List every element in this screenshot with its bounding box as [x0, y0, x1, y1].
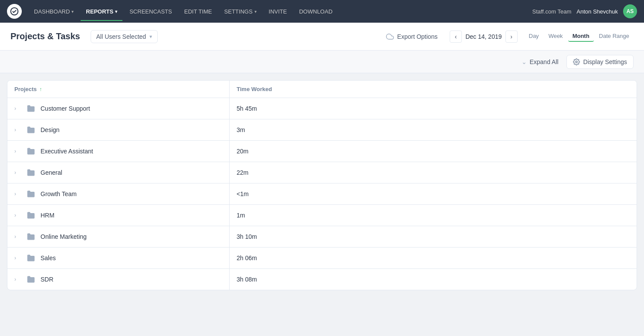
table-row: › SDR 3h 08m	[7, 269, 637, 290]
table-row: › Sales 2h 06m	[7, 248, 637, 269]
subheader-right: Export Options ‹ Dec 14, 2019 › Day Week…	[381, 30, 634, 43]
project-cell-design: › Design	[7, 119, 230, 140]
projects-table: Projects ↑ Time Worked › Customer Suppor…	[7, 80, 637, 290]
project-name: Growth Team	[41, 190, 77, 197]
tab-month[interactable]: Month	[568, 31, 594, 42]
folder-icon	[26, 254, 36, 262]
expand-row-icon[interactable]: ›	[14, 255, 21, 261]
project-name: HRM	[41, 212, 54, 219]
tab-week[interactable]: Week	[544, 31, 567, 42]
expand-row-icon[interactable]: ›	[14, 276, 21, 282]
folder-icon	[26, 232, 36, 241]
tab-day[interactable]: Day	[525, 31, 543, 42]
expand-row-icon[interactable]: ›	[14, 105, 21, 112]
project-cell-hrm: › HRM	[7, 205, 230, 226]
avatar[interactable]: AS	[623, 4, 637, 18]
chevron-down-icon: ▾	[149, 34, 152, 40]
project-cell-sdr: › SDR	[7, 269, 230, 290]
folder-icon	[26, 211, 36, 220]
time-cell: 2h 06m	[230, 248, 637, 268]
time-cell: 22m	[230, 162, 637, 183]
sort-asc-icon: ↑	[39, 86, 42, 92]
nav-item-edit-time[interactable]: EDIT TIME	[179, 6, 217, 17]
prev-date-button[interactable]: ‹	[450, 31, 462, 43]
table-row: › Executive Assistant 20m	[7, 141, 637, 162]
next-date-button[interactable]: ›	[505, 31, 518, 43]
time-cell: 3h 08m	[230, 269, 637, 290]
column-header-time-worked[interactable]: Time Worked	[230, 81, 637, 98]
tab-date-range[interactable]: Date Range	[595, 31, 634, 42]
svg-point-1	[576, 61, 577, 63]
project-cell-general: › General	[7, 162, 230, 183]
folder-icon	[26, 126, 36, 134]
nav-item-screencasts[interactable]: SCREENCASTS	[124, 6, 177, 17]
nav-item-reports[interactable]: REPORTS ▾	[81, 6, 122, 17]
column-header-projects[interactable]: Projects ↑	[7, 81, 230, 98]
table-header: Projects ↑ Time Worked	[7, 81, 637, 98]
project-cell-sales: › Sales	[7, 248, 230, 268]
expand-row-icon[interactable]: ›	[14, 234, 21, 240]
project-name: Customer Support	[41, 105, 90, 112]
cloud-icon	[386, 33, 394, 41]
nav-item-settings[interactable]: SETTINGS ▾	[219, 6, 262, 17]
topnav-right: Staff.com Team Anton Shevchuk AS	[532, 4, 637, 18]
users-selector[interactable]: All Users Selected ▾	[91, 30, 158, 43]
expand-all-label: Expand All	[529, 58, 558, 65]
chevron-down-icon: ▾	[71, 9, 74, 14]
chevron-down-icon: ▾	[254, 9, 257, 14]
folder-icon	[26, 147, 36, 156]
gear-icon	[573, 58, 580, 65]
nav-item-invite[interactable]: INVITE	[264, 6, 292, 17]
table-row: › Growth Team <1m	[7, 183, 637, 205]
project-cell-customer-support: › Customer Support	[7, 98, 230, 119]
toolbar: ⌄ Expand All Display Settings	[0, 51, 644, 73]
top-navigation: DASHBOARD ▾ REPORTS ▾ SCREENCASTS EDIT T…	[0, 0, 644, 23]
project-name: Sales	[41, 255, 56, 261]
expand-all-button[interactable]: ⌄ Expand All	[517, 56, 563, 68]
page-title: Projects & Tasks	[10, 31, 80, 41]
table-body: › Customer Support 5h 45m › Design 3m ›	[7, 98, 637, 290]
expand-row-icon[interactable]: ›	[14, 212, 21, 218]
project-name: SDR	[41, 276, 54, 283]
project-cell-growth-team: › Growth Team	[7, 183, 230, 204]
project-name: Online Marketing	[41, 233, 87, 240]
project-name: Executive Assistant	[41, 148, 93, 155]
date-range-tabs: Day Week Month Date Range	[525, 31, 634, 42]
project-cell-executive-assistant: › Executive Assistant	[7, 141, 230, 162]
time-cell: <1m	[230, 183, 637, 204]
time-cell: 1m	[230, 205, 637, 226]
table-row: › Customer Support 5h 45m	[7, 98, 637, 119]
expand-row-icon[interactable]: ›	[14, 127, 21, 133]
project-cell-online-marketing: › Online Marketing	[7, 226, 230, 247]
export-options-button[interactable]: Export Options	[381, 30, 443, 43]
users-selector-label: All Users Selected	[96, 33, 146, 40]
current-date: Dec 14, 2019	[465, 33, 502, 40]
time-cell: 3h 10m	[230, 226, 637, 247]
subheader: Projects & Tasks All Users Selected ▾ Ex…	[0, 23, 644, 51]
date-navigation: ‹ Dec 14, 2019 ›	[450, 31, 517, 43]
chevron-collapse-icon: ⌄	[522, 58, 527, 65]
chevron-down-icon: ▾	[115, 9, 117, 14]
folder-icon	[26, 275, 36, 284]
table-row: › HRM 1m	[7, 205, 637, 226]
nav-item-download[interactable]: DOWNLOAD	[294, 6, 338, 17]
expand-row-icon[interactable]: ›	[14, 170, 21, 176]
team-name: Staff.com Team	[532, 8, 571, 15]
folder-icon	[26, 190, 36, 198]
project-name: Design	[41, 126, 60, 133]
table-row: › General 22m	[7, 162, 637, 183]
time-cell: 5h 45m	[230, 98, 637, 119]
expand-row-icon[interactable]: ›	[14, 148, 21, 154]
folder-icon	[26, 104, 36, 113]
table-row: › Design 3m	[7, 119, 637, 141]
user-name: Anton Shevchuk	[576, 8, 618, 15]
app-logo[interactable]	[7, 4, 22, 19]
nav-item-dashboard[interactable]: DASHBOARD ▾	[29, 6, 79, 17]
export-options-label: Export Options	[397, 33, 438, 40]
table-row: › Online Marketing 3h 10m	[7, 226, 637, 248]
display-settings-label: Display Settings	[583, 58, 627, 65]
time-cell: 20m	[230, 141, 637, 162]
time-cell: 3m	[230, 119, 637, 140]
expand-row-icon[interactable]: ›	[14, 191, 21, 197]
display-settings-button[interactable]: Display Settings	[566, 55, 634, 69]
